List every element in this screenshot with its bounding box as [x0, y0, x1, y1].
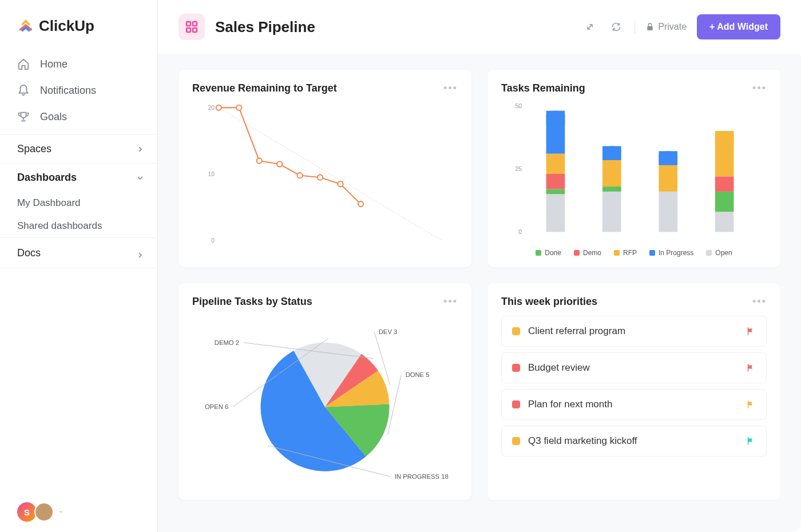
svg-rect-21 — [546, 174, 565, 189]
privacy-toggle[interactable]: Private — [645, 22, 687, 32]
card-revenue: Revenue Remaining to Target ••• 01020 — [179, 70, 471, 267]
nav-goals-label: Goals — [40, 111, 67, 123]
priority-label: Plan for next month — [528, 399, 737, 410]
svg-point-14 — [338, 181, 343, 186]
expand-button[interactable] — [582, 19, 598, 35]
svg-rect-1 — [193, 22, 197, 26]
svg-rect-26 — [602, 192, 621, 232]
svg-line-7 — [219, 108, 442, 240]
card-menu[interactable]: ••• — [752, 82, 767, 94]
priority-row[interactable]: Budget review — [501, 352, 767, 383]
refresh-button[interactable] — [608, 19, 624, 35]
sub-shared-dashboards[interactable]: Shared dashboards — [0, 215, 157, 237]
svg-rect-42 — [715, 136, 734, 145]
nav-goals[interactable]: Goals — [0, 104, 157, 130]
priority-label: Q3 field marketing kickoff — [528, 435, 737, 447]
chevron-right-icon — [136, 251, 145, 260]
svg-text:DONE 5: DONE 5 — [406, 371, 430, 378]
priority-label: Budget review — [528, 362, 737, 374]
card-menu[interactable]: ••• — [752, 296, 767, 308]
tasks-chart: 02550 — [501, 102, 767, 240]
svg-rect-0 — [187, 22, 191, 26]
card-revenue-title: Revenue Remaining to Target — [192, 82, 337, 94]
svg-rect-37 — [715, 212, 734, 232]
svg-point-9 — [236, 105, 241, 110]
nav-home-label: Home — [40, 58, 68, 70]
section-dashboards-label: Dashboards — [17, 172, 77, 184]
svg-point-10 — [257, 158, 262, 164]
bell-icon — [17, 84, 30, 97]
card-priorities-title: This week priorities — [501, 296, 597, 308]
svg-rect-20 — [546, 189, 565, 194]
svg-text:OPEN 6: OPEN 6 — [205, 403, 228, 410]
svg-rect-3 — [193, 28, 197, 32]
brand-logo[interactable]: ClickUp — [0, 0, 157, 46]
svg-text:10: 10 — [208, 171, 215, 177]
sidebar: ClickUp Home Notifications Goals Spaces … — [0, 0, 158, 532]
section-dashboards[interactable]: Dashboards — [0, 163, 157, 192]
svg-rect-39 — [715, 176, 734, 191]
svg-point-13 — [318, 175, 323, 180]
section-spaces-label: Spaces — [17, 143, 51, 155]
avatar-photo — [34, 502, 54, 522]
svg-text:50: 50 — [515, 102, 522, 109]
status-square — [512, 400, 520, 408]
sub-my-dashboard[interactable]: My Dashboard — [0, 192, 157, 215]
flag-icon — [746, 399, 756, 410]
svg-text:IN PROGRESS 18: IN PROGRESS 18 — [395, 473, 449, 480]
add-widget-button[interactable]: + Add Widget — [697, 14, 780, 39]
svg-point-12 — [297, 173, 302, 178]
svg-point-8 — [216, 105, 221, 110]
card-tasks-title: Tasks Remaining — [501, 82, 585, 94]
priority-label: Client referral program — [528, 325, 737, 337]
svg-rect-31 — [602, 151, 621, 160]
flag-icon — [746, 326, 756, 336]
section-docs-label: Docs — [17, 247, 41, 259]
svg-text:20: 20 — [208, 105, 215, 111]
card-pipeline-title: Pipeline Tasks by Status — [192, 296, 312, 308]
svg-point-15 — [358, 201, 363, 207]
card-priorities: This week priorities ••• Client referral… — [487, 283, 780, 500]
svg-text:0: 0 — [211, 237, 215, 244]
svg-rect-27 — [602, 186, 621, 192]
nav-notifications-label: Notifications — [40, 85, 96, 97]
page-title: Sales Pipeline — [215, 18, 315, 36]
tasks-legend: Done Demo RFP In Progress Open — [501, 249, 767, 257]
trophy-icon — [17, 110, 30, 123]
status-square — [512, 437, 520, 445]
svg-text:0: 0 — [518, 228, 522, 235]
svg-rect-25 — [546, 116, 565, 125]
svg-text:25: 25 — [515, 165, 522, 172]
priority-row[interactable]: Client referral program — [501, 316, 767, 347]
svg-rect-32 — [659, 192, 677, 232]
caret-down-icon — [57, 509, 64, 515]
priority-row[interactable]: Plan for next month — [501, 389, 767, 420]
svg-text:DEV 3: DEV 3 — [379, 328, 398, 335]
svg-rect-33 — [659, 161, 677, 192]
status-square — [512, 364, 520, 372]
svg-rect-36 — [659, 156, 677, 165]
status-square — [512, 327, 520, 335]
svg-rect-22 — [546, 154, 565, 174]
svg-text:DEMO 2: DEMO 2 — [215, 339, 239, 346]
section-docs[interactable]: Docs — [0, 237, 157, 268]
card-menu[interactable]: ••• — [443, 296, 458, 308]
section-spaces[interactable]: Spaces — [0, 134, 157, 163]
chevron-right-icon — [136, 145, 145, 154]
svg-rect-2 — [187, 28, 191, 32]
nav-home[interactable]: Home — [0, 51, 157, 77]
user-avatars[interactable]: S — [0, 492, 157, 532]
card-menu[interactable]: ••• — [443, 82, 458, 94]
revenue-chart: 01020 — [192, 102, 458, 251]
nav-notifications[interactable]: Notifications — [0, 77, 157, 104]
svg-point-11 — [277, 161, 282, 166]
brand-name: ClickUp — [39, 17, 94, 35]
topbar: Sales Pipeline Private + Add Widget — [158, 0, 801, 54]
priority-row[interactable]: Q3 field marketing kickoff — [501, 426, 767, 456]
lock-icon — [645, 22, 655, 31]
main: Sales Pipeline Private + Add Widget Reve… — [158, 0, 801, 532]
flag-icon — [746, 436, 756, 446]
pie-chart: IN PROGRESS 18OPEN 6DEMO 2DEV 3DONE 5 — [192, 316, 458, 487]
home-icon — [17, 58, 30, 70]
dashboard-icon[interactable] — [179, 14, 205, 40]
